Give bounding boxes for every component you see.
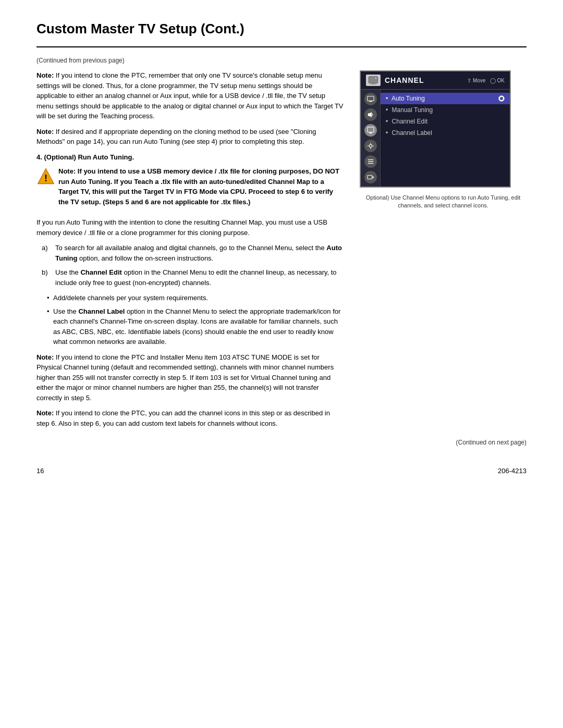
tv-menu-sidebar bbox=[361, 90, 381, 187]
sidebar-icon-sound bbox=[364, 108, 377, 121]
menu-item-channel-label: • Channel Label bbox=[381, 127, 510, 139]
svg-rect-19 bbox=[367, 176, 372, 179]
warning-box: ! Note: If you intend to use a USB memor… bbox=[36, 166, 344, 212]
sidebar-icon-picture bbox=[364, 93, 377, 105]
tv-menu-header: CHANNEL ⇧ Move ◯ OK bbox=[361, 71, 510, 90]
page-footer: 16 206-4213 bbox=[36, 462, 527, 475]
bullet-item-2: Use the Channel Label option in the Chan… bbox=[47, 306, 344, 347]
menu-item-auto-tuning: • Auto Tuning bbox=[381, 93, 510, 104]
alpha-item-b: b) Use the Channel Edit option in the Ch… bbox=[42, 267, 344, 288]
right-column: CHANNEL ⇧ Move ◯ OK bbox=[360, 70, 527, 434]
tv-channel-icon bbox=[366, 75, 381, 86]
doc-number: 206-4213 bbox=[498, 467, 527, 475]
tv-menu-nav: ⇧ Move ◯ OK bbox=[467, 78, 505, 83]
continued-next: (Continued on next page) bbox=[36, 439, 527, 446]
note-1: Note: If you intend to clone the PTC, re… bbox=[36, 70, 344, 121]
svg-rect-6 bbox=[367, 96, 373, 101]
svg-point-11 bbox=[369, 144, 372, 147]
alpha-item-a: a) To search for all available analog an… bbox=[42, 243, 344, 263]
svg-rect-4 bbox=[370, 84, 377, 84]
continued-from: (Continued from previous page) bbox=[36, 57, 527, 64]
svg-rect-7 bbox=[369, 101, 372, 102]
tv-menu-body: • Auto Tuning • Manual Tuning • Channel … bbox=[361, 90, 510, 187]
svg-text:!: ! bbox=[44, 173, 47, 183]
svg-rect-2 bbox=[369, 77, 378, 83]
alpha-list: a) To search for all available analog an… bbox=[42, 243, 344, 288]
sidebar-icon-setup bbox=[364, 140, 377, 152]
svg-rect-9 bbox=[367, 127, 373, 132]
note-2: Note: If desired and if appropriate depe… bbox=[36, 127, 344, 147]
tv-menu-caption: Optional) Use Channel Menu options to ru… bbox=[360, 194, 527, 210]
tv-menu-items: • Auto Tuning • Manual Tuning • Channel … bbox=[381, 90, 510, 187]
menu-item-manual-tuning: • Manual Tuning bbox=[381, 104, 510, 116]
step4-para1: If you run Auto Tuning with the intentio… bbox=[36, 217, 344, 238]
bullet-list: Add/delete channels per your system requ… bbox=[47, 293, 344, 347]
page-title: Custom Master TV Setup (Cont.) bbox=[36, 21, 527, 37]
svg-point-5 bbox=[375, 78, 376, 79]
menu-item-channel-edit: • Channel Edit bbox=[381, 116, 510, 127]
svg-marker-8 bbox=[368, 112, 371, 118]
bullet-item-1: Add/delete channels per your system requ… bbox=[47, 293, 344, 303]
warning-text: Note: If you intend to use a USB memory … bbox=[58, 166, 344, 207]
top-divider bbox=[36, 46, 527, 47]
note-3: Note: If you intend to clone the PTC and… bbox=[36, 352, 344, 403]
sidebar-icon-input bbox=[364, 171, 377, 183]
svg-rect-3 bbox=[372, 83, 375, 84]
tv-menu-title: CHANNEL bbox=[385, 76, 424, 84]
svg-rect-10 bbox=[369, 132, 372, 133]
step-4-header: 4. (Optional) Run Auto Tuning. bbox=[36, 152, 344, 163]
svg-marker-21 bbox=[373, 176, 374, 178]
sidebar-icon-options bbox=[364, 155, 377, 168]
radio-auto-tuning bbox=[498, 95, 505, 102]
tv-menu-screenshot: CHANNEL ⇧ Move ◯ OK bbox=[360, 70, 511, 188]
page-number: 16 bbox=[36, 467, 44, 475]
sidebar-icon-channel bbox=[364, 124, 377, 137]
warning-icon: ! bbox=[36, 167, 53, 184]
note-4: Note: If you intend to clone the PTC, yo… bbox=[36, 408, 344, 428]
